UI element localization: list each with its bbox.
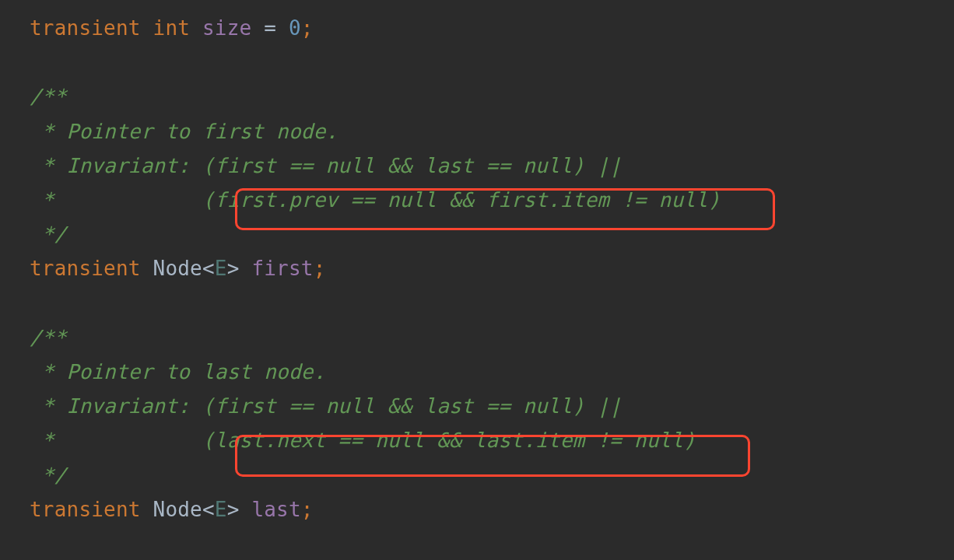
angle-bracket: > [227,498,240,521]
javadoc-line: /** [30,326,67,349]
angle-bracket: < [202,257,215,280]
semicolon: ; [301,16,314,40]
javadoc-line: * (first.prev == null && first.item != n… [30,188,721,212]
javadoc-line: */ [30,222,67,246]
highlighted-segment-1: (first.prev == null && first.item != nul… [202,188,721,212]
field-name: first [251,257,313,280]
code-editor-view[interactable]: transient int size = 0; /** * Pointer to… [0,0,954,527]
code-line: transient Node<E> first; [30,257,326,280]
operator: = [251,16,289,40]
highlighted-segment-2: (last.next == null && last.item != null) [202,429,696,452]
angle-bracket: < [202,498,215,521]
javadoc-line: */ [30,464,67,487]
javadoc-line: * Invariant: (first == null && last == n… [30,154,622,177]
field-name: last [251,498,300,521]
keyword: transient [30,257,141,280]
number-literal: 0 [289,16,301,40]
javadoc-line: * Invariant: (first == null && last == n… [30,394,622,418]
angle-bracket: > [227,257,240,280]
type-param: E [215,498,227,521]
field-name: size [202,16,251,40]
keyword: transient [30,16,141,40]
semicolon: ; [301,498,314,521]
code-line: transient Node<E> last; [30,498,314,521]
javadoc-line: * (last.next == null && last.item != nul… [30,429,696,452]
javadoc-line: * Pointer to last node. [30,360,325,383]
semicolon: ; [314,257,326,280]
type-param: E [215,257,227,280]
keyword: int [153,16,191,40]
javadoc-line: /** [30,85,67,108]
keyword: transient [30,498,141,521]
code-line: transient int size = 0; [30,16,314,40]
javadoc-line: * Pointer to first node. [30,120,338,143]
type-name: Node [153,257,202,280]
type-name: Node [153,498,202,521]
